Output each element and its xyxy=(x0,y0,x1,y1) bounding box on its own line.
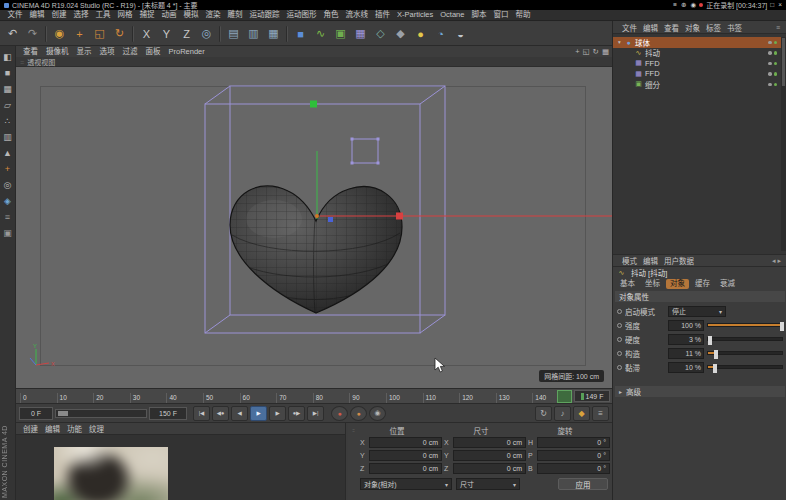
coordinate-input[interactable]: 0 cm xyxy=(369,463,442,474)
timeline-menu-icon[interactable]: ≡ xyxy=(592,406,609,421)
quantize-icon[interactable]: ≡ xyxy=(1,210,14,223)
object-row[interactable]: ▦ FFD xyxy=(613,69,786,80)
rotate-tool-icon[interactable]: ↻ xyxy=(110,24,129,43)
attribute-slider[interactable] xyxy=(707,337,783,341)
separator[interactable] xyxy=(219,26,221,42)
enabled-check-dot[interactable] xyxy=(774,83,778,87)
attribute-menu-item[interactable]: 模式 xyxy=(619,255,640,266)
instance-icon[interactable]: ◇ xyxy=(371,24,390,43)
light-icon[interactable]: ● xyxy=(411,24,430,43)
previous-key-button[interactable]: ◀● xyxy=(212,406,229,421)
attribute-tab[interactable]: 坐标 xyxy=(641,279,664,289)
move-tool-icon[interactable]: + xyxy=(70,24,89,43)
attribute-slider[interactable] xyxy=(707,365,783,369)
sound-toggle-icon[interactable]: ♪ xyxy=(554,406,571,421)
maximize-view-icon[interactable]: ▦ xyxy=(602,47,609,56)
menu-item[interactable]: 雕刻 xyxy=(224,10,246,20)
attribute-tab[interactable]: 基本 xyxy=(616,279,639,289)
target-icon[interactable]: ◉ xyxy=(691,0,697,10)
separator[interactable] xyxy=(45,26,47,42)
material-menu-item[interactable]: 编辑 xyxy=(42,423,63,434)
zoom-tool-icon[interactable]: ⊕ xyxy=(681,0,686,10)
previous-frame-button[interactable]: ◀ xyxy=(231,406,248,421)
keyframe-bullet-icon[interactable] xyxy=(617,309,622,314)
go-to-end-button[interactable]: ▶| xyxy=(307,406,324,421)
attribute-menu-item[interactable]: 用户数据 xyxy=(661,255,697,266)
slider-knob[interactable] xyxy=(780,322,784,331)
ffd-inner-handle-box[interactable] xyxy=(351,138,380,165)
object-label[interactable]: 细分 xyxy=(645,79,660,90)
object-label[interactable]: 球体 xyxy=(635,37,650,48)
snap-toggle-icon[interactable]: ◈ xyxy=(1,194,14,207)
object-manager-menu-item[interactable]: 查看 xyxy=(661,22,682,33)
play-button[interactable]: ▶ xyxy=(250,406,267,421)
coordinate-input[interactable]: 0 ° xyxy=(537,450,610,461)
history-arrows-icon[interactable]: ◂ ▸ xyxy=(769,257,784,265)
viewport-menu-item[interactable]: 面板 xyxy=(142,47,165,57)
next-key-button[interactable]: ●▶ xyxy=(288,406,305,421)
viewport-menu-item[interactable]: 摄像机 xyxy=(42,47,73,57)
scene-3d[interactable]: Y X xyxy=(16,67,612,388)
rotate-view-icon[interactable]: ↻ xyxy=(593,47,599,56)
x-axis-lock-button[interactable]: X xyxy=(137,24,156,43)
menu-item[interactable]: 捕捉 xyxy=(136,10,158,20)
scrub-knob[interactable] xyxy=(58,411,68,416)
menu-item[interactable]: 角色 xyxy=(320,10,342,20)
add-cube-icon[interactable]: ■ xyxy=(291,24,310,43)
transform-mode-dropdown[interactable]: 对象(相对)▾ xyxy=(360,478,452,490)
timeline-playhead[interactable] xyxy=(557,390,572,403)
object-label[interactable]: 抖动 xyxy=(645,47,660,58)
playback-loop-icon[interactable]: ↻ xyxy=(535,406,552,421)
object-row[interactable]: ▣ 细分 xyxy=(613,79,786,90)
render-view-icon[interactable]: ▤ xyxy=(224,24,243,43)
menu-item[interactable]: 插件 xyxy=(372,10,394,20)
material-icon[interactable]: ◒ xyxy=(451,24,470,43)
menu-item[interactable]: 编辑 xyxy=(26,10,48,20)
enabled-check-dot[interactable] xyxy=(774,51,778,55)
object-manager-menu-item[interactable]: 编辑 xyxy=(640,22,661,33)
menu-item[interactable]: 脚本 xyxy=(468,10,490,20)
render-settings-icon[interactable]: ▦ xyxy=(264,24,283,43)
object-manager-scrollbar[interactable] xyxy=(781,37,786,251)
record-keyframe-button[interactable]: ● xyxy=(331,406,348,421)
editor-visibility-dot[interactable] xyxy=(768,83,772,87)
viewport-menu-item[interactable]: 过滤 xyxy=(119,47,142,57)
keyframe-bullet-icon[interactable] xyxy=(617,323,622,328)
keyframe-bullet-icon[interactable] xyxy=(617,365,622,370)
points-mode-icon[interactable]: ∴ xyxy=(1,114,14,127)
separator[interactable] xyxy=(132,26,134,42)
object-label[interactable]: FFD xyxy=(645,59,660,68)
viewport-menu-item[interactable]: 显示 xyxy=(73,47,96,57)
coordinate-input[interactable]: 0 cm xyxy=(453,463,526,474)
attribute-value-field[interactable]: 11 % xyxy=(668,348,704,359)
object-manager-menu-item[interactable]: 对象 xyxy=(682,22,703,33)
workplane-mode-icon[interactable]: ▱ xyxy=(1,98,14,111)
material-menu-item[interactable]: 创建 xyxy=(20,423,41,434)
view-label[interactable]: 透视视图 xyxy=(27,57,55,67)
pen-tool-icon[interactable]: □ xyxy=(770,0,774,10)
viewport-solo-icon[interactable]: ◎ xyxy=(1,178,14,191)
menu-item[interactable]: 帮助 xyxy=(512,10,534,20)
enabled-check-dot[interactable] xyxy=(774,62,778,66)
coordinate-input[interactable]: 0 cm xyxy=(369,450,442,461)
coordinate-input[interactable]: 0 ° xyxy=(537,437,610,448)
x-axis-handle[interactable] xyxy=(396,213,403,220)
editor-visibility-dot[interactable] xyxy=(768,72,772,76)
expander-icon[interactable]: ▾ xyxy=(615,39,624,45)
menu-item[interactable]: 创建 xyxy=(48,10,70,20)
subdivision-surface-icon[interactable]: ▣ xyxy=(331,24,350,43)
object-manager-menu-item[interactable]: 标签 xyxy=(703,22,724,33)
redo-icon[interactable]: ↷ xyxy=(23,24,42,43)
attribute-value-field[interactable]: 100 % xyxy=(668,320,704,331)
scale-tool-icon[interactable]: ◱ xyxy=(90,24,109,43)
edges-mode-icon[interactable]: ▥ xyxy=(1,130,14,143)
attribute-tab[interactable]: 衰减 xyxy=(716,279,739,289)
object-properties-header[interactable]: 对象属性 xyxy=(615,291,785,302)
autokey-button[interactable]: ● xyxy=(350,406,367,421)
range-end-field[interactable]: 150 F xyxy=(149,407,187,420)
record-options-button[interactable]: ◉ xyxy=(369,406,386,421)
polygons-mode-icon[interactable]: ▲ xyxy=(1,146,14,159)
current-frame-field[interactable]: 149 F xyxy=(574,390,610,402)
y-axis-lock-button[interactable]: Y xyxy=(157,24,176,43)
viewport-menu-item[interactable]: 查看 xyxy=(19,47,42,57)
